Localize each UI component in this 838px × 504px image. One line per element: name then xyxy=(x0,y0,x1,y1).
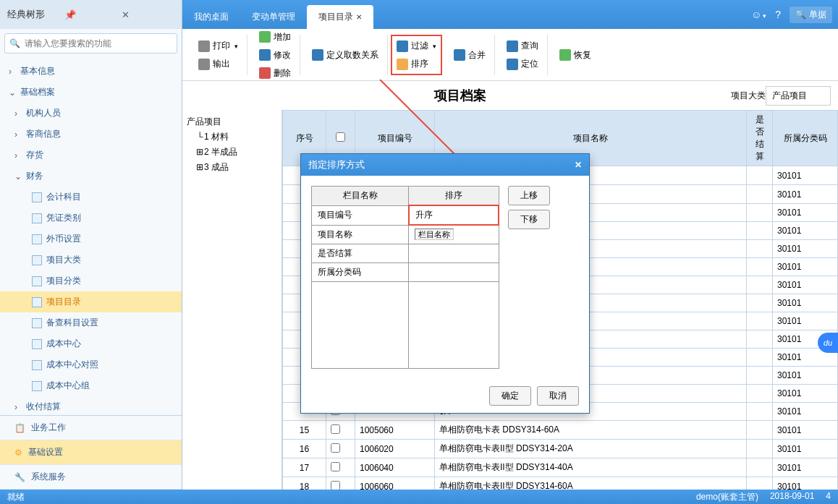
dialog-th-name: 栏目名称 xyxy=(312,187,409,206)
status-page: 4 xyxy=(826,491,831,503)
nav-project-class[interactable]: 项目分类 xyxy=(0,270,182,291)
nav-project-category[interactable]: 项目大类 xyxy=(0,249,182,270)
edit-icon xyxy=(259,49,271,61)
nav-org-person[interactable]: ›机构人员 xyxy=(0,103,182,124)
btn-up[interactable]: 上移 xyxy=(508,186,550,205)
tree-root[interactable]: 产品项目 xyxy=(187,114,277,129)
print-icon xyxy=(198,40,210,52)
status-ready: 就绪 xyxy=(7,491,25,503)
nav-base-archive[interactable]: ⌄基础档案 xyxy=(0,82,182,103)
toolbar: 打印 输出 增加 修改 删除 定义取数关系 过滤 排序 合并 查询 定位 恢复 xyxy=(182,29,838,81)
sort-button[interactable]: 排序 xyxy=(394,56,439,72)
clipboard-icon: 📋 xyxy=(14,423,25,433)
doc-icon xyxy=(32,360,42,370)
nav-cost-center-group[interactable]: 成本中心组 xyxy=(0,375,182,396)
nav-pay-settle[interactable]: ›收付结算 xyxy=(0,396,182,415)
tree-n3[interactable]: ⊞3 成品 xyxy=(187,160,277,175)
tree-n2[interactable]: ⊞2 半成品 xyxy=(187,145,277,160)
nav-account-subject[interactable]: 会计科目 xyxy=(0,187,182,208)
row-checkbox[interactable] xyxy=(331,424,340,434)
table-row[interactable]: 15 1005060 单相防窃电卡表 DDSY314-60A 30101 xyxy=(283,421,838,440)
output-button[interactable]: 输出 xyxy=(195,56,241,72)
tab-close-icon[interactable]: ✕ xyxy=(356,13,362,21)
check-all[interactable] xyxy=(336,132,345,142)
nav-finance[interactable]: ⌄财务 xyxy=(0,166,182,187)
table-row[interactable]: 16 1006020 单相防窃电卡表II型 DDSY314-20A 30101 xyxy=(283,440,838,458)
merge-button[interactable]: 合并 xyxy=(451,48,488,63)
gear-icon: ⚙ xyxy=(14,448,22,458)
query-button[interactable]: 查询 xyxy=(504,38,541,54)
locate-icon xyxy=(507,59,518,70)
doc-icon xyxy=(32,213,42,223)
left-panel-title: 经典树形 xyxy=(7,8,60,21)
nav-memo-subject[interactable]: 备查科目设置 xyxy=(0,312,182,333)
delete-icon xyxy=(259,67,271,79)
pin-icon[interactable]: 📌 xyxy=(64,9,117,20)
btn-down[interactable]: 下移 xyxy=(508,210,550,229)
th-settle[interactable]: 是否结算 xyxy=(747,111,773,166)
nav-voucher-type[interactable]: 凭证类别 xyxy=(0,208,182,228)
help-icon[interactable]: ? xyxy=(775,9,781,20)
locate-button[interactable]: 定位 xyxy=(504,56,541,72)
sort-icon xyxy=(397,59,408,70)
doc-icon xyxy=(32,381,42,391)
dialog-close-icon[interactable]: ✕ xyxy=(575,160,582,170)
nav-bottom-business[interactable]: 📋业务工作 xyxy=(0,416,182,440)
add-icon xyxy=(259,31,271,43)
btn-ok[interactable]: 确定 xyxy=(489,386,531,406)
sidebar-search-input[interactable] xyxy=(25,38,172,48)
nav-project-dir[interactable]: 项目目录 xyxy=(0,291,182,312)
sidebar-search[interactable]: 🔍 xyxy=(4,33,177,54)
nav-cost-center-compare[interactable]: 成本中心对照 xyxy=(0,354,182,375)
dialog-r2[interactable]: 项目名称 xyxy=(312,225,409,244)
add-button[interactable]: 增加 xyxy=(256,30,294,45)
query-icon xyxy=(507,40,518,52)
doc-icon xyxy=(32,276,42,286)
row-checkbox[interactable] xyxy=(331,462,340,471)
dialog-table: 栏目名称 排序 项目编号升序 项目名称栏目名称 是否结算 所属分类码 xyxy=(311,186,499,369)
dialog-r1-sort[interactable]: 升序 xyxy=(409,205,499,225)
dialog-r3[interactable]: 是否结算 xyxy=(312,244,409,262)
row-checkbox[interactable] xyxy=(331,481,340,490)
filter-label: 项目大类 xyxy=(731,90,766,102)
nav-basic-info[interactable]: ›基本信息 xyxy=(0,61,182,82)
table-row[interactable]: 17 1006040 单相防窃电卡表II型 DDSY314-40A 30101 xyxy=(283,458,838,477)
doc-icon xyxy=(32,192,42,202)
left-panel-close-icon[interactable]: ✕ xyxy=(122,9,174,20)
filter-value[interactable]: 产品项目 xyxy=(766,86,831,106)
print-button[interactable]: 打印 xyxy=(195,38,241,54)
edit-button[interactable]: 修改 xyxy=(256,48,294,63)
tab-change-order[interactable]: 变动单管理 xyxy=(240,5,307,29)
filter-button[interactable]: 过滤 xyxy=(394,38,439,54)
table-row[interactable]: 18 1006060 单相防窃电卡表II型 DDSY314-60A 30101 xyxy=(283,477,838,490)
nav-customer-info[interactable]: ›客商信息 xyxy=(0,124,182,145)
dialog-title: 指定排序方式 xyxy=(308,158,575,171)
dialog-r1[interactable]: 项目编号 xyxy=(312,205,409,225)
search-icon: 🔍 xyxy=(795,9,806,20)
dialog-r2-val[interactable]: 栏目名称 xyxy=(409,225,499,244)
left-sidebar: 🔍 ›基本信息 ⌄基础档案 ›机构人员 ›客商信息 ›存货 ⌄财务 会计科目 凭… xyxy=(0,29,182,490)
nav-cost-center[interactable]: 成本中心 xyxy=(0,333,182,354)
th-category[interactable]: 所属分类码 xyxy=(773,111,838,166)
dialog-header[interactable]: 指定排序方式 ✕ xyxy=(301,154,589,176)
table-title: 项目档案 xyxy=(190,84,731,107)
baidu-float-icon[interactable]: du xyxy=(818,333,838,353)
top-search[interactable]: 🔍 单据 xyxy=(790,7,832,23)
tab-project-dir[interactable]: 项目目录 ✕ xyxy=(307,5,373,29)
tab-desktop[interactable]: 我的桌面 xyxy=(182,5,240,29)
row-checkbox[interactable] xyxy=(331,443,340,453)
nav-inventory[interactable]: ›存货 xyxy=(0,145,182,166)
dialog-th-sort: 排序 xyxy=(409,187,499,206)
define-rel-button[interactable]: 定义取数关系 xyxy=(309,48,381,63)
nav-bottom-settings[interactable]: ⚙基础设置 xyxy=(0,440,182,465)
tree-n1[interactable]: └1 材料 xyxy=(187,129,277,145)
top-right-controls: ☺ ? 🔍 单据 xyxy=(751,7,838,23)
smiley-icon[interactable]: ☺ xyxy=(751,9,766,20)
dialog-r4[interactable]: 所属分类码 xyxy=(312,262,409,281)
nav-bottom-system[interactable]: 🔧系统服务 xyxy=(0,465,182,490)
doc-icon xyxy=(32,318,42,328)
restore-button[interactable]: 恢复 xyxy=(556,48,594,63)
nav-foreign-currency[interactable]: 外币设置 xyxy=(0,228,182,249)
btn-cancel[interactable]: 取消 xyxy=(537,386,579,406)
delete-button[interactable]: 删除 xyxy=(256,66,294,81)
